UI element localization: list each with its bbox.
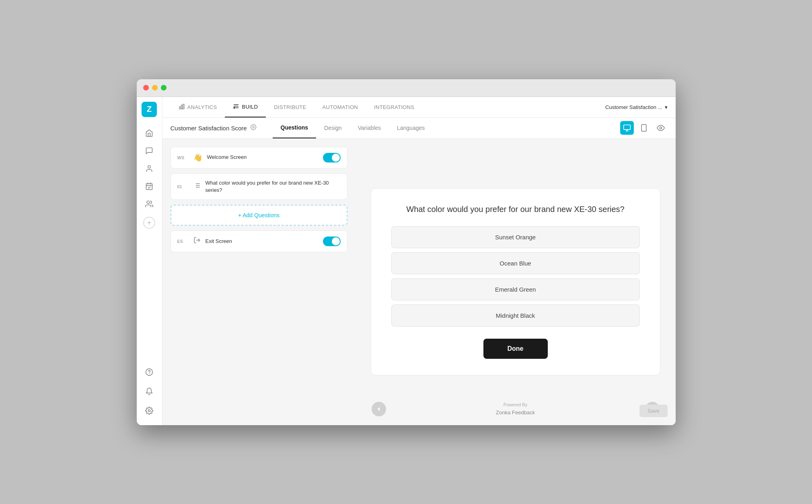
- sidebar-item-help[interactable]: [141, 364, 157, 380]
- preview-navigation: Powered By Zonka Feedback: [356, 401, 676, 417]
- chevron-down-icon: ▾: [665, 104, 668, 110]
- svg-point-8: [148, 409, 150, 411]
- question-number-1: 01: [177, 184, 189, 189]
- nav-automation-label: AUTOMATION: [323, 104, 358, 110]
- sidebar-item-settings[interactable]: [141, 403, 157, 419]
- exit-icon: [193, 237, 201, 246]
- analytics-icon: [179, 103, 185, 111]
- tab-design-label: Design: [324, 125, 342, 131]
- tab-design[interactable]: Design: [316, 117, 350, 138]
- svg-point-15: [234, 107, 235, 108]
- nav-item-analytics[interactable]: ANALYTICS: [171, 97, 225, 118]
- mobile-view-button[interactable]: [637, 121, 651, 135]
- preview-panel: What color would you prefer for our bran…: [356, 139, 676, 425]
- survey-selector[interactable]: Customer Satisfaction ... ▾: [605, 104, 668, 110]
- sidebar-item-messages[interactable]: [141, 143, 157, 159]
- survey-selector-label: Customer Satisfaction ...: [605, 104, 662, 110]
- choice-option-1[interactable]: Sunset Orange: [391, 226, 640, 248]
- survey-preview: What color would you prefer for our bran…: [371, 188, 660, 375]
- app-body: Z +: [137, 97, 676, 425]
- nav-build-label: BUILD: [242, 104, 258, 110]
- content-area: WS 👋 Welcome Screen 01 What color would …: [162, 139, 676, 425]
- sidebar-item-team[interactable]: [141, 196, 157, 212]
- add-questions-button[interactable]: + Add Questions: [171, 205, 347, 226]
- svg-rect-11: [183, 104, 184, 109]
- sub-tabs: Questions Design Variables Languages: [273, 117, 433, 138]
- wave-icon: 👋: [193, 153, 202, 162]
- sidebar-item-notifications[interactable]: [141, 383, 157, 399]
- tab-variables-label: Variables: [358, 125, 381, 131]
- main-content: ANALYTICS BUILD DISTRIBUTE AUTOMATION: [162, 97, 676, 425]
- powered-by-brand: Zonka Feedback: [496, 409, 535, 417]
- svg-point-22: [660, 127, 662, 129]
- nav-distribute-label: DISTRIBUTE: [274, 104, 306, 110]
- sidebar-bottom: [141, 364, 157, 420]
- tab-questions-label: Questions: [281, 124, 308, 131]
- question-card-1[interactable]: 01 What color would you prefer for our b…: [171, 173, 347, 200]
- mac-window: Z +: [137, 79, 676, 425]
- questions-panel: WS 👋 Welcome Screen 01 What color would …: [162, 139, 356, 425]
- title-bar: [137, 79, 676, 97]
- welcome-screen-card[interactable]: WS 👋 Welcome Screen: [171, 147, 347, 169]
- choice-option-2[interactable]: Ocean Blue: [391, 252, 640, 274]
- sidebar: Z +: [137, 97, 162, 425]
- svg-rect-17: [623, 125, 630, 130]
- powered-by-line1: Powered By: [496, 401, 535, 409]
- top-nav: ANALYTICS BUILD DISTRIBUTE AUTOMATION: [162, 97, 676, 118]
- svg-point-16: [253, 126, 254, 128]
- survey-title: Customer Satisfaction Score: [171, 124, 257, 132]
- exit-screen-label: ES: [177, 239, 189, 244]
- exit-screen-card[interactable]: ES Exit Screen: [171, 230, 347, 252]
- maximize-button[interactable]: [161, 85, 167, 91]
- exit-screen-toggle[interactable]: [323, 237, 341, 246]
- sidebar-add-button[interactable]: +: [143, 217, 155, 229]
- nav-integrations-label: INTEGRATIONS: [374, 104, 414, 110]
- nav-item-integrations[interactable]: INTEGRATIONS: [366, 97, 422, 118]
- exit-screen-text: Exit Screen: [206, 238, 318, 245]
- settings-gear-icon[interactable]: [250, 124, 257, 132]
- view-controls: [620, 121, 668, 135]
- sub-header: Customer Satisfaction Score Questions De…: [162, 118, 676, 139]
- sidebar-item-contacts[interactable]: [141, 160, 157, 177]
- question-text-1: What color would you prefer for our bran…: [206, 179, 341, 194]
- choice-option-3[interactable]: Emerald Green: [391, 278, 640, 300]
- powered-by: Powered By Zonka Feedback: [496, 401, 535, 417]
- svg-rect-10: [181, 105, 182, 109]
- svg-rect-20: [641, 125, 646, 132]
- preview-button[interactable]: [654, 121, 668, 135]
- tab-variables[interactable]: Variables: [350, 117, 389, 138]
- svg-point-0: [148, 165, 151, 168]
- welcome-screen-label: WS: [177, 155, 189, 160]
- welcome-screen-text: Welcome Screen: [207, 154, 318, 161]
- save-button[interactable]: Save: [639, 405, 668, 417]
- tab-languages-label: Languages: [397, 125, 425, 131]
- welcome-screen-toggle[interactable]: [323, 153, 341, 163]
- sidebar-item-home[interactable]: [141, 125, 157, 141]
- prev-arrow-button[interactable]: [372, 402, 386, 416]
- done-button[interactable]: Done: [483, 339, 548, 359]
- survey-title-text: Customer Satisfaction Score: [171, 125, 247, 132]
- nav-item-build[interactable]: BUILD: [225, 97, 266, 118]
- desktop-view-button[interactable]: [620, 121, 634, 135]
- svg-point-5: [147, 201, 150, 204]
- nav-item-distribute[interactable]: DISTRIBUTE: [266, 97, 314, 118]
- sidebar-item-tasks[interactable]: [141, 178, 157, 194]
- choice-option-4[interactable]: Midnight Black: [391, 304, 640, 327]
- close-button[interactable]: [143, 85, 149, 91]
- nav-analytics-label: ANALYTICS: [187, 104, 217, 110]
- list-icon: [193, 182, 201, 191]
- nav-items: ANALYTICS BUILD DISTRIBUTE AUTOMATION: [171, 97, 605, 118]
- preview-question: What color would you prefer for our bran…: [406, 205, 625, 214]
- nav-item-automation[interactable]: AUTOMATION: [315, 97, 366, 118]
- save-btn-area: Save: [639, 405, 668, 417]
- add-questions-label: + Add Questions: [238, 212, 280, 218]
- tab-questions[interactable]: Questions: [273, 117, 316, 138]
- svg-rect-9: [179, 107, 181, 109]
- tab-languages[interactable]: Languages: [389, 117, 433, 138]
- svg-rect-1: [146, 183, 152, 189]
- build-icon: [233, 103, 239, 111]
- traffic-lights: [143, 85, 167, 91]
- minimize-button[interactable]: [152, 85, 158, 91]
- app-logo[interactable]: Z: [142, 102, 157, 117]
